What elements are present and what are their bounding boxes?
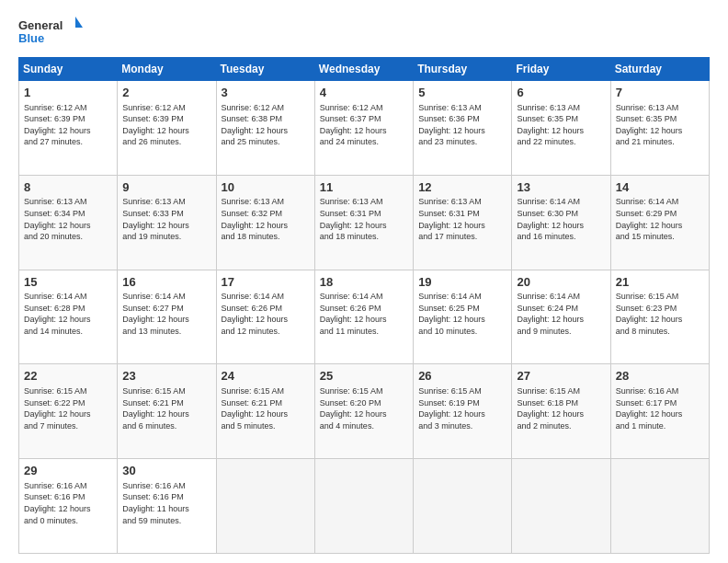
calendar-week-row: 15Sunrise: 6:14 AM Sunset: 6:28 PM Dayli… [19,270,710,364]
day-number: 4 [320,85,408,101]
calendar-cell: 17Sunrise: 6:14 AM Sunset: 6:26 PM Dayli… [216,270,314,364]
calendar-cell: 5Sunrise: 6:13 AM Sunset: 6:36 PM Daylig… [414,81,512,176]
day-info: Sunrise: 6:13 AM Sunset: 6:31 PM Dayligh… [320,196,408,242]
calendar-cell [216,459,314,554]
day-number: 3 [222,85,310,101]
calendar-cell [610,459,709,554]
day-number: 16 [122,274,210,291]
day-header-saturday: Saturday [610,58,709,81]
day-number: 28 [616,368,704,385]
day-info: Sunrise: 6:13 AM Sunset: 6:35 PM Dayligh… [517,102,605,148]
day-info: Sunrise: 6:14 AM Sunset: 6:28 PM Dayligh… [24,291,112,337]
day-number: 26 [418,368,506,385]
calendar-cell: 25Sunrise: 6:15 AM Sunset: 6:20 PM Dayli… [314,364,413,459]
calendar-cell: 24Sunrise: 6:15 AM Sunset: 6:21 PM Dayli… [216,364,314,459]
calendar-cell: 4Sunrise: 6:12 AM Sunset: 6:37 PM Daylig… [314,81,413,176]
calendar-cell: 9Sunrise: 6:13 AM Sunset: 6:33 PM Daylig… [118,175,216,270]
logo-svg: General Blue [18,15,83,48]
day-info: Sunrise: 6:14 AM Sunset: 6:25 PM Dayligh… [418,291,506,337]
day-info: Sunrise: 6:16 AM Sunset: 6:17 PM Dayligh… [616,385,704,431]
calendar-cell: 30Sunrise: 6:16 AM Sunset: 6:16 PM Dayli… [118,459,216,554]
day-info: Sunrise: 6:13 AM Sunset: 6:33 PM Dayligh… [122,196,210,242]
day-number: 14 [616,179,704,196]
calendar-cell: 20Sunrise: 6:14 AM Sunset: 6:24 PM Dayli… [512,270,610,364]
day-info: Sunrise: 6:13 AM Sunset: 6:36 PM Dayligh… [418,102,506,148]
day-info: Sunrise: 6:16 AM Sunset: 6:16 PM Dayligh… [122,480,210,526]
calendar-cell: 19Sunrise: 6:14 AM Sunset: 6:25 PM Dayli… [414,270,512,364]
day-info: Sunrise: 6:12 AM Sunset: 6:38 PM Dayligh… [222,102,310,148]
day-header-wednesday: Wednesday [314,58,413,81]
day-number: 30 [122,463,210,479]
day-number: 11 [320,179,408,196]
svg-marker-1 [75,17,83,28]
day-number: 21 [616,274,704,291]
day-number: 18 [320,274,408,291]
day-number: 10 [222,179,310,196]
day-number: 8 [24,179,112,196]
calendar-cell: 13Sunrise: 6:14 AM Sunset: 6:30 PM Dayli… [512,175,610,270]
day-number: 5 [418,85,506,101]
day-number: 19 [418,274,506,291]
logo: General Blue [18,15,83,48]
day-info: Sunrise: 6:14 AM Sunset: 6:26 PM Dayligh… [320,291,408,337]
calendar-cell: 23Sunrise: 6:15 AM Sunset: 6:21 PM Dayli… [118,364,216,459]
day-info: Sunrise: 6:12 AM Sunset: 6:37 PM Dayligh… [320,102,408,148]
day-header-tuesday: Tuesday [216,58,314,81]
day-info: Sunrise: 6:14 AM Sunset: 6:24 PM Dayligh… [517,291,605,337]
day-info: Sunrise: 6:15 AM Sunset: 6:19 PM Dayligh… [418,385,506,431]
calendar-cell: 2Sunrise: 6:12 AM Sunset: 6:39 PM Daylig… [118,81,216,176]
calendar-week-row: 8Sunrise: 6:13 AM Sunset: 6:34 PM Daylig… [19,175,710,270]
day-number: 1 [24,85,112,101]
calendar-cell: 16Sunrise: 6:14 AM Sunset: 6:27 PM Dayli… [118,270,216,364]
calendar-week-row: 29Sunrise: 6:16 AM Sunset: 6:16 PM Dayli… [19,459,710,554]
calendar-cell: 15Sunrise: 6:14 AM Sunset: 6:28 PM Dayli… [19,270,118,364]
day-info: Sunrise: 6:14 AM Sunset: 6:30 PM Dayligh… [517,196,605,242]
calendar-cell: 12Sunrise: 6:13 AM Sunset: 6:31 PM Dayli… [414,175,512,270]
day-info: Sunrise: 6:12 AM Sunset: 6:39 PM Dayligh… [24,102,112,148]
calendar-header-row: SundayMondayTuesdayWednesdayThursdayFrid… [19,58,710,81]
day-info: Sunrise: 6:13 AM Sunset: 6:35 PM Dayligh… [616,102,704,148]
day-number: 7 [616,85,704,101]
day-header-friday: Friday [512,58,610,81]
day-info: Sunrise: 6:14 AM Sunset: 6:29 PM Dayligh… [616,196,704,242]
calendar-cell: 28Sunrise: 6:16 AM Sunset: 6:17 PM Dayli… [610,364,709,459]
day-info: Sunrise: 6:15 AM Sunset: 6:23 PM Dayligh… [616,291,704,337]
day-info: Sunrise: 6:12 AM Sunset: 6:39 PM Dayligh… [122,102,210,148]
calendar-cell: 8Sunrise: 6:13 AM Sunset: 6:34 PM Daylig… [19,175,118,270]
day-number: 20 [517,274,605,291]
day-info: Sunrise: 6:13 AM Sunset: 6:31 PM Dayligh… [418,196,506,242]
calendar-cell: 10Sunrise: 6:13 AM Sunset: 6:32 PM Dayli… [216,175,314,270]
day-number: 29 [24,463,112,479]
calendar-cell: 21Sunrise: 6:15 AM Sunset: 6:23 PM Dayli… [610,270,709,364]
day-number: 17 [222,274,310,291]
calendar-cell: 14Sunrise: 6:14 AM Sunset: 6:29 PM Dayli… [610,175,709,270]
calendar-cell: 22Sunrise: 6:15 AM Sunset: 6:22 PM Dayli… [19,364,118,459]
calendar-cell: 6Sunrise: 6:13 AM Sunset: 6:35 PM Daylig… [512,81,610,176]
day-header-sunday: Sunday [19,58,118,81]
calendar-cell: 3Sunrise: 6:12 AM Sunset: 6:38 PM Daylig… [216,81,314,176]
day-info: Sunrise: 6:15 AM Sunset: 6:21 PM Dayligh… [222,385,310,431]
day-number: 9 [122,179,210,196]
svg-text:General: General [18,18,63,32]
day-number: 15 [24,274,112,291]
day-info: Sunrise: 6:15 AM Sunset: 6:21 PM Dayligh… [122,385,210,431]
calendar-cell: 18Sunrise: 6:14 AM Sunset: 6:26 PM Dayli… [314,270,413,364]
svg-text:Blue: Blue [18,31,44,45]
day-number: 24 [222,368,310,385]
calendar-cell [512,459,610,554]
day-header-thursday: Thursday [414,58,512,81]
day-number: 2 [122,85,210,101]
day-number: 27 [517,368,605,385]
day-info: Sunrise: 6:14 AM Sunset: 6:26 PM Dayligh… [222,291,310,337]
day-info: Sunrise: 6:13 AM Sunset: 6:34 PM Dayligh… [24,196,112,242]
day-number: 25 [320,368,408,385]
calendar-cell [414,459,512,554]
day-number: 22 [24,368,112,385]
day-info: Sunrise: 6:14 AM Sunset: 6:27 PM Dayligh… [122,291,210,337]
calendar-cell: 26Sunrise: 6:15 AM Sunset: 6:19 PM Dayli… [414,364,512,459]
day-info: Sunrise: 6:15 AM Sunset: 6:20 PM Dayligh… [320,385,408,431]
day-number: 23 [122,368,210,385]
day-info: Sunrise: 6:15 AM Sunset: 6:18 PM Dayligh… [517,385,605,431]
calendar-cell [314,459,413,554]
calendar-cell: 29Sunrise: 6:16 AM Sunset: 6:16 PM Dayli… [19,459,118,554]
